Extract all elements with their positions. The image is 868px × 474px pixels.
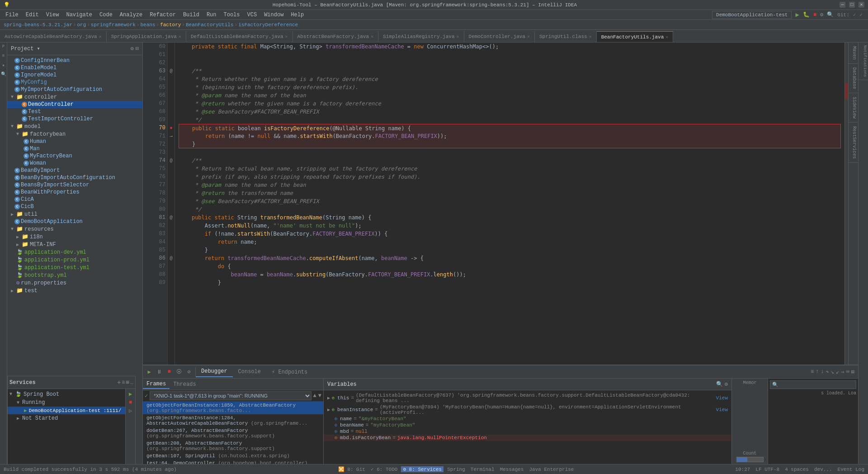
code-editor[interactable]: private static final Map<String, String>… [175,43,844,365]
event-log[interactable]: Event Log [838,467,864,472]
structure-icon[interactable]: ≡ [0,53,7,61]
search-vars-icon[interactable]: 🔍 [716,381,723,388]
frame-item-2[interactable]: doGetBean:267, AbstractBeanFactory (org.… [143,427,323,440]
menu-run[interactable]: Run [203,11,220,19]
maximize-button[interactable]: □ [849,2,855,8]
tree-item-myimportautoconfiguration[interactable]: C MyImportAutoConfiguration [7,86,142,93]
tab-democontroller[interactable]: DemoController.java ✕ [464,31,535,42]
tree-item-test-folder[interactable]: ▶ 📁 test [7,287,142,294]
tab-close-abstractbean[interactable]: ✕ [371,34,373,39]
tab-springapp[interactable]: SpringApplication.java ✕ [107,31,186,42]
notstarted-section[interactable]: ▶ Not Started [8,414,135,422]
vars-settings-icon[interactable]: ⚙ [725,381,728,388]
services-filter-btn[interactable]: ≡ [122,379,125,386]
frame-item-3[interactable]: getBean:208, AbstractBeanFactory (org.sp… [143,440,323,452]
stop-debug-button[interactable]: ■ [165,367,174,376]
up-icon[interactable]: ↑ [816,369,819,375]
tree-item-cicb[interactable]: C CicB [7,203,142,210]
view-breakpoints[interactable]: ⦿ [175,367,184,376]
tree-item-beanwithproperties[interactable]: C BeanWithProperties [7,189,142,196]
tree-item-cica[interactable]: C CicA [7,196,142,203]
services-group-btn[interactable]: ⊞ [126,379,129,386]
tree-item-myfactorybean[interactable]: C MyFactoryBean [7,152,142,160]
project-icon[interactable]: P [0,44,7,52]
mute-button[interactable]: ⊘ [184,367,193,376]
tab-close-springapp[interactable]: ✕ [179,34,181,39]
tab-close-springutil[interactable]: ✕ [589,34,592,39]
tree-item-beanbyimport[interactable]: C BeanByImport [7,167,142,174]
expand-beaninstance[interactable]: ▶ [327,407,330,412]
tree-item-beansbyimportselector[interactable]: C BeansByImportSelector [7,181,142,189]
breadcrumb-springframework[interactable]: springframework [91,22,136,28]
var-item-this[interactable]: ▶ ⊕ this = (DefaultListableBeanFactory@7… [324,392,731,404]
sidebar-collapse-icon[interactable]: ⊟ [136,45,139,52]
vtab-restservices[interactable]: RestServices [849,123,858,163]
var-beaninstance-view[interactable]: View [716,407,728,412]
tab-autowire[interactable]: AutowireCapableBeanFactory.java ✕ [0,31,107,42]
status-tab-git[interactable]: 🔀 8: Git [336,466,367,472]
tree-item-application-test[interactable]: 🍃 application-test.yml [7,264,142,271]
breadcrumb-beans[interactable]: beans [141,22,156,28]
services-more-btn[interactable]: … [130,379,133,386]
tab-springutil[interactable]: SpringUtil.class ✕ [535,31,597,42]
tree-item-resources-folder[interactable]: ▼ 📁 resources [7,225,142,233]
var-item-name[interactable]: ⊙ name = "&myFactoryBean" [324,416,731,422]
tab-close-defaultlistable[interactable]: ✕ [285,34,288,39]
search-icon[interactable]: 🔍 [827,11,834,18]
frames-tab[interactable]: Frames [143,380,170,389]
breadcrumb-jar[interactable]: spring-beans-5.3.21.jar [4,22,72,28]
var-view-link[interactable]: View [716,395,728,401]
expand-icon[interactable]: ≡ [811,369,814,375]
frame-item-0[interactable]: getObjectForBeanInstance:1859, AbstractB… [143,402,323,414]
var-item-beaninstance[interactable]: ▶ ⊕ beanInstance = (MyFactoryBean@7894) … [324,404,731,416]
tree-item-man[interactable]: C Man [7,145,142,152]
tree-item-testimportcontroller[interactable]: C TestImportController [7,115,142,123]
var-item-mbd-isfactorybean[interactable]: ⊙ mbd.isFactoryBean = java.lang.NullPoin… [324,435,731,441]
menu-window[interactable]: Window [260,11,287,19]
tree-item-woman[interactable]: C Woman [7,160,142,167]
tree-item-configinnerbean[interactable]: C ConfigInnerBean [7,57,142,64]
status-tab-services[interactable]: ⚙ 8: Services [401,466,443,472]
minimap-gutter[interactable] [844,43,848,365]
status-tab-spring[interactable]: Spring [445,467,467,472]
menu-tools[interactable]: Tools [220,11,244,19]
status-tab-terminal[interactable]: Terminal [469,467,496,472]
down-icon[interactable]: ↓ [821,369,824,375]
thread-dropdown[interactable]: *XNIO-1 task-1*@7,613 in group "main": R… [150,391,311,400]
step-out-icon[interactable]: ↙ [836,369,839,375]
spring-boot-section[interactable]: ▼ 🍃 Spring Boot [8,390,135,398]
run-button[interactable]: ▶ [795,11,799,19]
debug-button[interactable]: 🐛 [803,11,810,18]
variables-search-input[interactable] [778,382,854,388]
svc-resume-btn[interactable]: ▷ [129,408,132,414]
menu-analyze[interactable]: Analyze [116,11,146,19]
breadcrumb-factory[interactable]: factory [160,22,181,28]
svc-stop-btn[interactable]: ■ [129,399,132,406]
find-icon[interactable]: 🔍 [0,71,7,79]
breadcrumb-method[interactable]: isFactoryDereference [238,22,298,28]
bottom-tab-endpoints[interactable]: ⚡ Endpoints [266,367,313,377]
tree-item-application-dev[interactable]: 🍃 application-dev.yml [7,248,142,256]
frame-item-4[interactable]: getBean:107, SpringUtil (cn.hutool.extra… [143,452,323,460]
menu-navigate[interactable]: Navigate [62,11,96,19]
tree-item-metainf-folder[interactable]: ▶ 📁 META-INF [7,241,142,248]
menu-file[interactable]: File [2,11,22,19]
expand-this[interactable]: ▶ [327,395,330,401]
bookmark-icon[interactable]: ★ [0,62,7,70]
running-section[interactable]: ▼ Running [8,398,135,407]
vtab-notifications[interactable]: Notifications [859,43,868,80]
force-icon[interactable]: ↘ [831,369,834,375]
bottom-tab-debugger[interactable]: Debugger [196,366,233,377]
tree-item-controller-folder[interactable]: ▼ 📁 controller [7,93,142,101]
minimize-button[interactable]: — [840,2,845,8]
menu-refactor[interactable]: Refactor [146,11,179,19]
status-tab-messages[interactable]: Messages [498,467,526,472]
tab-close-autowire[interactable]: ✕ [99,34,102,39]
run-config-selector[interactable]: DemoBootApplication-test [712,11,792,19]
settings-icon[interactable]: ⚙ [820,11,823,18]
resume-button[interactable]: ▶ [145,367,154,376]
tab-close-democontroller[interactable]: ✕ [527,34,530,39]
thread-nav-down[interactable]: ▼ [318,393,321,399]
tab-close-beanfactoryutils[interactable]: ✕ [665,34,668,40]
tab-abstractbean[interactable]: AbstractBeanFactory.java ✕ [293,31,378,42]
